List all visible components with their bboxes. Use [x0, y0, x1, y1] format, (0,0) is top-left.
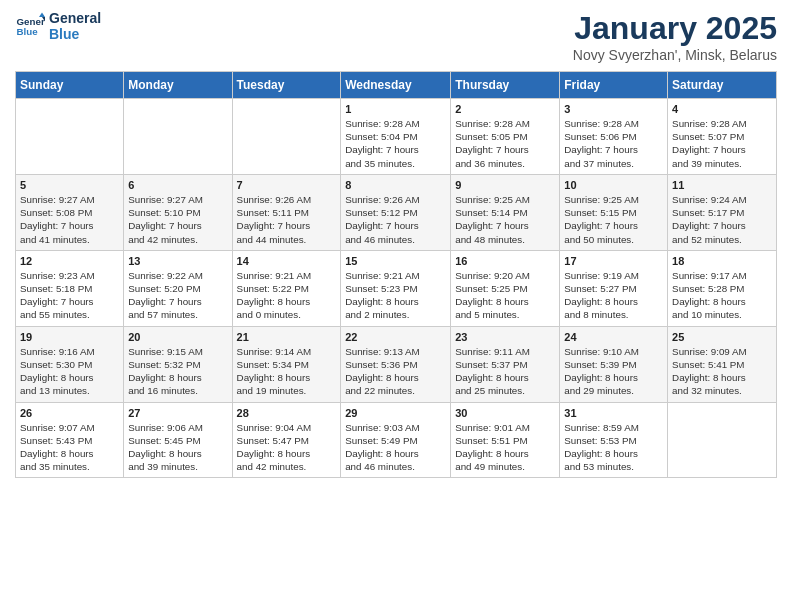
day-number: 16 — [455, 255, 555, 267]
day-info: Sunrise: 9:27 AM Sunset: 5:08 PM Dayligh… — [20, 193, 119, 246]
day-number: 26 — [20, 407, 119, 419]
calendar-week-row: 5Sunrise: 9:27 AM Sunset: 5:08 PM Daylig… — [16, 174, 777, 250]
day-info: Sunrise: 9:10 AM Sunset: 5:39 PM Dayligh… — [564, 345, 663, 398]
calendar-cell: 21Sunrise: 9:14 AM Sunset: 5:34 PM Dayli… — [232, 326, 341, 402]
day-info: Sunrise: 9:17 AM Sunset: 5:28 PM Dayligh… — [672, 269, 772, 322]
day-number: 13 — [128, 255, 227, 267]
day-info: Sunrise: 9:06 AM Sunset: 5:45 PM Dayligh… — [128, 421, 227, 474]
weekday-header: Friday — [560, 72, 668, 99]
calendar-cell: 13Sunrise: 9:22 AM Sunset: 5:20 PM Dayli… — [124, 250, 232, 326]
day-number: 29 — [345, 407, 446, 419]
day-number: 7 — [237, 179, 337, 191]
calendar-week-row: 12Sunrise: 9:23 AM Sunset: 5:18 PM Dayli… — [16, 250, 777, 326]
day-number: 8 — [345, 179, 446, 191]
calendar-cell: 20Sunrise: 9:15 AM Sunset: 5:32 PM Dayli… — [124, 326, 232, 402]
calendar-cell: 17Sunrise: 9:19 AM Sunset: 5:27 PM Dayli… — [560, 250, 668, 326]
calendar-cell: 12Sunrise: 9:23 AM Sunset: 5:18 PM Dayli… — [16, 250, 124, 326]
calendar-cell: 15Sunrise: 9:21 AM Sunset: 5:23 PM Dayli… — [341, 250, 451, 326]
day-info: Sunrise: 9:28 AM Sunset: 5:05 PM Dayligh… — [455, 117, 555, 170]
day-number: 11 — [672, 179, 772, 191]
day-info: Sunrise: 9:26 AM Sunset: 5:11 PM Dayligh… — [237, 193, 337, 246]
day-number: 27 — [128, 407, 227, 419]
header: General Blue General Blue January 2025 N… — [15, 10, 777, 63]
calendar-cell: 3Sunrise: 9:28 AM Sunset: 5:06 PM Daylig… — [560, 99, 668, 175]
calendar-cell: 23Sunrise: 9:11 AM Sunset: 5:37 PM Dayli… — [451, 326, 560, 402]
calendar-cell: 22Sunrise: 9:13 AM Sunset: 5:36 PM Dayli… — [341, 326, 451, 402]
weekday-header: Saturday — [668, 72, 777, 99]
calendar-cell: 27Sunrise: 9:06 AM Sunset: 5:45 PM Dayli… — [124, 402, 232, 478]
calendar-cell: 8Sunrise: 9:26 AM Sunset: 5:12 PM Daylig… — [341, 174, 451, 250]
weekday-header: Thursday — [451, 72, 560, 99]
calendar-week-row: 26Sunrise: 9:07 AM Sunset: 5:43 PM Dayli… — [16, 402, 777, 478]
svg-text:General: General — [17, 16, 46, 27]
calendar-cell: 24Sunrise: 9:10 AM Sunset: 5:39 PM Dayli… — [560, 326, 668, 402]
day-info: Sunrise: 9:16 AM Sunset: 5:30 PM Dayligh… — [20, 345, 119, 398]
day-number: 6 — [128, 179, 227, 191]
day-info: Sunrise: 8:59 AM Sunset: 5:53 PM Dayligh… — [564, 421, 663, 474]
weekday-header: Sunday — [16, 72, 124, 99]
day-number: 22 — [345, 331, 446, 343]
logo-general: General — [49, 10, 101, 26]
location-title: Novy Svyerzhan', Minsk, Belarus — [573, 47, 777, 63]
weekday-header: Monday — [124, 72, 232, 99]
page-container: General Blue General Blue January 2025 N… — [0, 0, 792, 488]
day-info: Sunrise: 9:25 AM Sunset: 5:14 PM Dayligh… — [455, 193, 555, 246]
day-info: Sunrise: 9:01 AM Sunset: 5:51 PM Dayligh… — [455, 421, 555, 474]
day-info: Sunrise: 9:25 AM Sunset: 5:15 PM Dayligh… — [564, 193, 663, 246]
svg-marker-2 — [39, 13, 45, 18]
day-number: 17 — [564, 255, 663, 267]
calendar-cell: 1Sunrise: 9:28 AM Sunset: 5:04 PM Daylig… — [341, 99, 451, 175]
day-info: Sunrise: 9:28 AM Sunset: 5:04 PM Dayligh… — [345, 117, 446, 170]
calendar-week-row: 1Sunrise: 9:28 AM Sunset: 5:04 PM Daylig… — [16, 99, 777, 175]
day-info: Sunrise: 9:04 AM Sunset: 5:47 PM Dayligh… — [237, 421, 337, 474]
day-number: 14 — [237, 255, 337, 267]
day-info: Sunrise: 9:11 AM Sunset: 5:37 PM Dayligh… — [455, 345, 555, 398]
day-number: 20 — [128, 331, 227, 343]
day-info: Sunrise: 9:23 AM Sunset: 5:18 PM Dayligh… — [20, 269, 119, 322]
calendar-cell: 18Sunrise: 9:17 AM Sunset: 5:28 PM Dayli… — [668, 250, 777, 326]
day-info: Sunrise: 9:03 AM Sunset: 5:49 PM Dayligh… — [345, 421, 446, 474]
calendar-cell: 19Sunrise: 9:16 AM Sunset: 5:30 PM Dayli… — [16, 326, 124, 402]
calendar-cell: 5Sunrise: 9:27 AM Sunset: 5:08 PM Daylig… — [16, 174, 124, 250]
day-info: Sunrise: 9:09 AM Sunset: 5:41 PM Dayligh… — [672, 345, 772, 398]
day-info: Sunrise: 9:20 AM Sunset: 5:25 PM Dayligh… — [455, 269, 555, 322]
calendar-cell — [232, 99, 341, 175]
day-info: Sunrise: 9:28 AM Sunset: 5:06 PM Dayligh… — [564, 117, 663, 170]
calendar-cell: 6Sunrise: 9:27 AM Sunset: 5:10 PM Daylig… — [124, 174, 232, 250]
day-number: 28 — [237, 407, 337, 419]
logo-icon: General Blue — [15, 11, 45, 41]
day-info: Sunrise: 9:27 AM Sunset: 5:10 PM Dayligh… — [128, 193, 227, 246]
day-info: Sunrise: 9:15 AM Sunset: 5:32 PM Dayligh… — [128, 345, 227, 398]
logo: General Blue General Blue — [15, 10, 101, 42]
svg-text:Blue: Blue — [17, 26, 39, 37]
day-info: Sunrise: 9:07 AM Sunset: 5:43 PM Dayligh… — [20, 421, 119, 474]
day-number: 3 — [564, 103, 663, 115]
day-number: 24 — [564, 331, 663, 343]
calendar-cell: 11Sunrise: 9:24 AM Sunset: 5:17 PM Dayli… — [668, 174, 777, 250]
day-info: Sunrise: 9:26 AM Sunset: 5:12 PM Dayligh… — [345, 193, 446, 246]
day-number: 31 — [564, 407, 663, 419]
calendar-cell: 10Sunrise: 9:25 AM Sunset: 5:15 PM Dayli… — [560, 174, 668, 250]
day-number: 19 — [20, 331, 119, 343]
day-info: Sunrise: 9:21 AM Sunset: 5:23 PM Dayligh… — [345, 269, 446, 322]
calendar-cell: 26Sunrise: 9:07 AM Sunset: 5:43 PM Dayli… — [16, 402, 124, 478]
day-info: Sunrise: 9:19 AM Sunset: 5:27 PM Dayligh… — [564, 269, 663, 322]
day-number: 21 — [237, 331, 337, 343]
calendar-cell: 28Sunrise: 9:04 AM Sunset: 5:47 PM Dayli… — [232, 402, 341, 478]
calendar-cell: 14Sunrise: 9:21 AM Sunset: 5:22 PM Dayli… — [232, 250, 341, 326]
day-number: 1 — [345, 103, 446, 115]
day-number: 25 — [672, 331, 772, 343]
day-info: Sunrise: 9:13 AM Sunset: 5:36 PM Dayligh… — [345, 345, 446, 398]
title-area: January 2025 Novy Svyerzhan', Minsk, Bel… — [573, 10, 777, 63]
day-info: Sunrise: 9:14 AM Sunset: 5:34 PM Dayligh… — [237, 345, 337, 398]
day-number: 9 — [455, 179, 555, 191]
calendar-cell: 31Sunrise: 8:59 AM Sunset: 5:53 PM Dayli… — [560, 402, 668, 478]
day-number: 4 — [672, 103, 772, 115]
calendar-cell: 7Sunrise: 9:26 AM Sunset: 5:11 PM Daylig… — [232, 174, 341, 250]
calendar-cell: 25Sunrise: 9:09 AM Sunset: 5:41 PM Dayli… — [668, 326, 777, 402]
day-number: 2 — [455, 103, 555, 115]
calendar-cell: 4Sunrise: 9:28 AM Sunset: 5:07 PM Daylig… — [668, 99, 777, 175]
logo-blue: Blue — [49, 26, 101, 42]
calendar-cell — [16, 99, 124, 175]
day-number: 10 — [564, 179, 663, 191]
